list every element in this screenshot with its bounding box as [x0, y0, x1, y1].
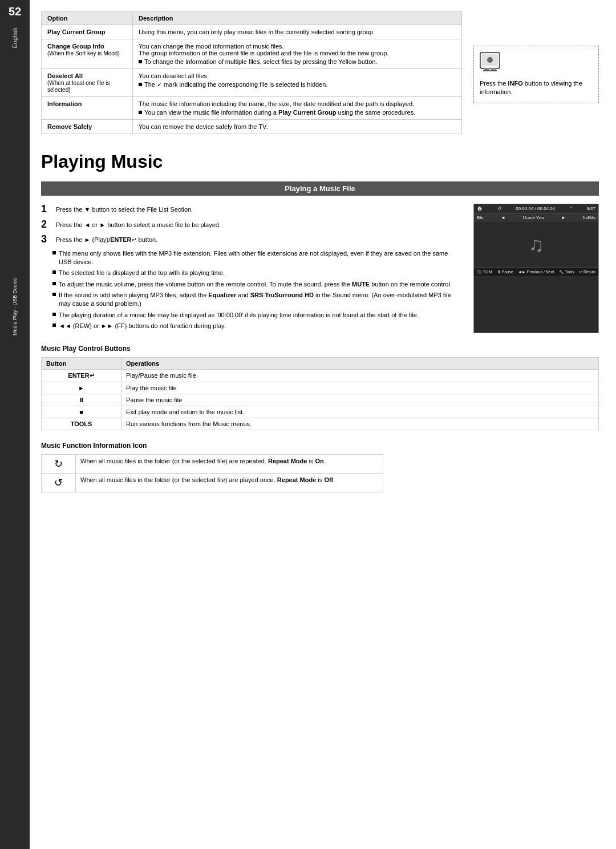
page-wrapper: 52 English Media Play - USB Device Optio… [0, 0, 616, 849]
table-row: Remove Safely You can remove the device … [42, 120, 462, 134]
option-deselect-all: Deselect All (When at least one file is … [42, 69, 133, 97]
svg-rect-3 [484, 68, 489, 70]
player-main-area: ♫ [474, 222, 598, 268]
main-content: Option Description Play Current Group Us… [30, 0, 616, 849]
table-row: ► Play the music file [42, 382, 599, 394]
bullet-item: To adjust the music volume, press the vo… [52, 280, 462, 289]
table-row: ENTER↵ Play/Pause the music file. [42, 369, 599, 382]
player-pause: ⏸ Pause [497, 270, 513, 274]
player-prevnext: ◄► Previous / Next [518, 270, 554, 274]
bullet-item: This menu only shows files with the MP3 … [52, 249, 462, 267]
player-track-num: 3/37 [586, 206, 595, 211]
desc-play-current-group: Using this menu, you can only play music… [133, 25, 462, 39]
option-information: Information [42, 97, 133, 120]
sidebar-language: English [12, 27, 18, 48]
player-current-track: I Love You [522, 215, 544, 220]
button-pause: ⏸ [42, 394, 121, 406]
table-row: TOOLS Run various functions from the Mus… [42, 418, 599, 430]
bullet-item: If the sound is odd when playing MP3 fil… [52, 291, 462, 309]
repeat-off-desc: When all music files in the folder (or t… [76, 473, 383, 492]
button-stop: ■ [42, 406, 121, 418]
col-option-header: Option [42, 12, 133, 25]
music-note-icon: ♫ [529, 233, 544, 257]
repeat-on-icon: ↻ [42, 454, 76, 473]
table-row: ⏸ Pause the music file [42, 394, 599, 406]
bullet-item: ◄◄ (REW) or ►► (FF) buttons do not funct… [52, 322, 462, 330]
playing-music-title: Playing Music [41, 151, 599, 172]
op-stop: Exit play mode and return to the music l… [121, 406, 599, 418]
player-track-count: ⁺ [570, 206, 572, 211]
option-play-current-group: Play Current Group [42, 25, 133, 39]
svg-rect-5 [483, 70, 497, 71]
bullet-item: The selected file is displayed at the to… [52, 269, 462, 277]
desc-remove-safely: You can remove the device safely from th… [133, 120, 462, 134]
player-prev-track: Bts [477, 215, 484, 220]
page-number: 52 [0, 0, 30, 23]
table-row: ■ Exit play mode and return to the music… [42, 406, 599, 418]
player-arrows: ↺ [497, 206, 501, 211]
button-enter: ENTER↵ [42, 369, 121, 382]
playing-section: 1 Press the ▼ button to select the File … [41, 204, 599, 333]
bullet-item: The playing duration of a music file may… [52, 311, 462, 320]
table-row: ↻ When all music files in the folder (or… [42, 473, 383, 492]
table-row: Information The music file information i… [42, 97, 462, 120]
repeat-on-desc: When all music files in the folder (or t… [76, 454, 383, 473]
sidebar-section: Media Play - USB Device [12, 278, 18, 335]
player-next-icon: ► [561, 215, 566, 220]
player-home-icon: 🏠 [477, 206, 483, 211]
step-1: 1 Press the ▼ button to select the File … [41, 204, 462, 215]
control-table: Button Operations ENTER↵ Play/Pause the … [41, 357, 599, 430]
step-number-2: 2 [41, 219, 51, 229]
info-box-text: Press the INFO button to viewing the inf… [480, 79, 593, 97]
func-section: Music Function Information Icon ↻ When a… [41, 442, 599, 492]
top-section: Option Description Play Current Group Us… [41, 11, 599, 134]
button-tools: TOOLS [42, 418, 121, 430]
control-col-operations: Operations [121, 357, 599, 369]
player-screenshot: 🏠 ↺ 00:00:04 / 00:04:04 ⁺ 3/37 Bts ◄ I L… [473, 204, 599, 333]
op-pause: Pause the music file [121, 394, 599, 406]
step-text-3: Press the ► (Play)/ENTER↵ button. [56, 234, 157, 245]
sidebar: 52 English Media Play - USB Device [0, 0, 30, 849]
op-enter: Play/Pause the music file. [121, 369, 599, 382]
func-section-title: Music Function Information Icon [41, 442, 599, 450]
step-text-2: Press the ◄ or ► button to select a musi… [56, 219, 221, 230]
op-tools: Run various functions from the Music men… [121, 418, 599, 430]
step-number-1: 1 [41, 204, 51, 214]
step-2: 2 Press the ◄ or ► button to select a mu… [41, 219, 462, 230]
control-section: Music Play Control Buttons Button Operat… [41, 345, 599, 430]
player-prev-icon: ◄ [501, 215, 505, 220]
col-description-header: Description [133, 12, 462, 25]
bullet-list: This menu only shows files with the MP3 … [52, 249, 462, 331]
info-box: Press the INFO button to viewing the inf… [473, 46, 599, 103]
desc-information: The music file information including the… [133, 97, 462, 120]
repeat-off-icon: ↻ [42, 473, 76, 492]
button-play: ► [42, 382, 121, 394]
table-row: ↻ When all music files in the folder (or… [42, 454, 383, 473]
playing-music-section-header: Playing a Music File [41, 181, 599, 196]
table-row: Play Current Group Using this menu, you … [42, 25, 462, 39]
player-next-track: ItsBits [583, 215, 595, 220]
op-play: Play the music file [121, 382, 599, 394]
options-table-area: Option Description Play Current Group Us… [41, 11, 462, 134]
option-remove-safely: Remove Safely [42, 120, 133, 134]
step-text-1: Press the ▼ button to select the File Li… [56, 204, 193, 215]
player-time: 00:00:04 / 00:04:04 [516, 206, 555, 211]
player-return: ↩ Return [579, 270, 595, 274]
desc-deselect-all: You can deselect all files. The ✓ mark i… [133, 69, 462, 97]
player-top-bar: 🏠 ↺ 00:00:04 / 00:04:04 ⁺ 3/37 [474, 204, 598, 213]
table-row: Change Group Info (When the Sort key is … [42, 39, 462, 69]
player-track-bar: Bts ◄ I Love You ► ItsBits [474, 213, 598, 222]
control-col-button: Button [42, 357, 121, 369]
option-change-group-info: Change Group Info (When the Sort key is … [42, 39, 133, 69]
svg-rect-4 [491, 68, 496, 70]
control-section-title: Music Play Control Buttons [41, 345, 599, 353]
desc-change-group-info: You can change the mood information of m… [133, 39, 462, 69]
options-table: Option Description Play Current Group Us… [41, 11, 462, 134]
table-row: Deselect All (When at least one file is … [42, 69, 462, 97]
player-bottom-bar: ⬛ SUM ⏸ Pause ◄► Previous / Next 🔧 Tools… [474, 268, 598, 276]
player-tools: 🔧 Tools [559, 270, 574, 274]
playing-left: 1 Press the ▼ button to select the File … [41, 204, 462, 333]
info-box-icon [480, 52, 593, 76]
svg-point-2 [487, 57, 493, 63]
step-number-3: 3 [41, 234, 51, 244]
